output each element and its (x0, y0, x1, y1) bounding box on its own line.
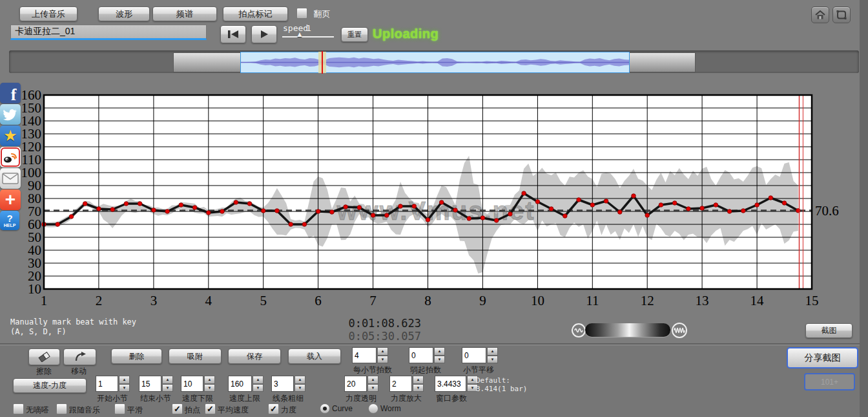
follow-music-checkbox-label[interactable]: 跟随音乐 (69, 405, 100, 416)
curve-radio-label[interactable]: Curve (332, 404, 353, 413)
beats-per-bar-label: 每小节拍数 (353, 365, 392, 376)
bar-shift-spin-down-icon[interactable]: ▼ (487, 356, 498, 364)
delete-button[interactable]: 删除 (111, 348, 162, 364)
filename-input[interactable] (10, 25, 207, 40)
tempo-min-input[interactable] (181, 376, 203, 392)
no-click-checkbox[interactable] (13, 403, 24, 414)
home-button[interactable] (811, 6, 829, 23)
dynamics-opacity-spin-up-icon[interactable]: ▲ (367, 376, 378, 384)
right-edge-strip (860, 0, 868, 417)
dynamics-checkbox[interactable]: ✓ (268, 403, 279, 414)
svg-text:2: 2 (96, 293, 103, 308)
upload-music-button[interactable]: 上传音乐 (19, 6, 78, 21)
page-turn-checkbox[interactable]: 翻页 (296, 8, 330, 21)
tempo-dynamics-chart[interactable]: www.Vmus.net1601501401301201101009080706… (0, 74, 868, 312)
tempo-max-spin-up-icon[interactable]: ▲ (253, 376, 264, 384)
load-button[interactable]: 载入 (288, 348, 341, 364)
help-button[interactable]: ?HELP (0, 211, 19, 230)
average-tempo-checkbox[interactable]: ✓ (205, 403, 216, 414)
bar-shift-input[interactable] (462, 347, 486, 363)
qzone-star-icon: ★ (3, 127, 17, 145)
line-thickness: ▲▼ (271, 376, 305, 392)
curve-radio[interactable] (320, 403, 330, 414)
start-bar-spin-up-icon[interactable]: ▲ (119, 376, 130, 384)
dynamics-scale-spin-up-icon[interactable]: ▲ (413, 376, 424, 384)
twitter-share-button[interactable] (0, 104, 21, 125)
share-more-share-button[interactable]: + (0, 189, 21, 210)
dynamics-opacity-input[interactable] (344, 376, 367, 392)
save-button[interactable]: 保存 (228, 348, 281, 364)
erase-tool-button[interactable] (28, 348, 60, 365)
tempo-min-spin-down-icon[interactable]: ▼ (204, 384, 215, 392)
beats-per-bar-input[interactable] (352, 347, 377, 363)
dynamics-scale-spin-down-icon[interactable]: ▼ (413, 384, 424, 392)
waveform-button[interactable]: 波形 (98, 6, 150, 21)
skip-to-start-button[interactable] (220, 25, 246, 43)
spectrum-button[interactable]: 频谱 (152, 6, 217, 21)
tempo-max-input[interactable] (228, 376, 252, 392)
tempo-max-label: 速度上限 (229, 393, 260, 404)
beats-checkbox[interactable]: ✓ (172, 403, 183, 414)
no-click-checkbox-label[interactable]: 无嘀嗒 (26, 405, 49, 416)
dynamics-checkbox-label[interactable]: 力度 (281, 405, 296, 416)
share-count-badge[interactable]: 101+ (804, 373, 855, 390)
pickup-beats-spin-up-icon[interactable]: ▲ (434, 347, 445, 356)
move-tool-button[interactable] (63, 348, 96, 365)
svg-text:6: 6 (315, 293, 322, 308)
share-screenshot-button[interactable]: 分享截图 (787, 347, 858, 369)
end-bar-spin-up-icon[interactable]: ▲ (162, 376, 173, 384)
weibo-share-button[interactable] (0, 147, 21, 167)
line-thickness-spin-down-icon[interactable]: ▼ (294, 384, 305, 392)
line-thickness-input[interactable] (271, 376, 294, 392)
qzone-share-button[interactable]: ★ (0, 125, 21, 146)
volume-low-icon (571, 323, 586, 338)
follow-music-checkbox[interactable] (56, 403, 67, 414)
erase-label: 擦除 (30, 366, 58, 377)
svg-text:15: 15 (805, 293, 819, 308)
facebook-share-button[interactable]: f (0, 83, 21, 103)
tempo-dynamics-mode-button[interactable]: 速度-力度 (13, 378, 87, 393)
line-thickness-spin-up-icon[interactable]: ▲ (294, 376, 305, 384)
start-bar-input[interactable] (96, 376, 118, 392)
snap-button[interactable]: 吸附 (169, 348, 222, 364)
tempo-min-spin-up-icon[interactable]: ▲ (204, 376, 215, 384)
dynamics-opacity: ▲▼ (344, 376, 378, 392)
end-bar-spin-down-icon[interactable]: ▼ (162, 384, 173, 392)
screenshot-button[interactable]: 截图 (805, 323, 852, 338)
tempo-max-spin-down-icon[interactable]: ▼ (253, 384, 264, 392)
fullscreen-button[interactable] (832, 6, 851, 23)
worm-radio-label[interactable]: Worm (380, 404, 401, 413)
dynamics-scale-input[interactable] (389, 376, 412, 392)
svg-text:5: 5 (260, 293, 267, 308)
bar-shift-spin-up-icon[interactable]: ▲ (487, 347, 498, 356)
start-bar-spin-down-icon[interactable]: ▼ (119, 384, 130, 392)
average-tempo-checkbox-label[interactable]: 平均速度 (218, 405, 249, 416)
beats-checkbox-label[interactable]: 拍点 (185, 405, 200, 416)
window-parameter-default-note: Default: 3.414(1 bar) (476, 376, 527, 393)
dynamics-opacity-spin-down-icon[interactable]: ▼ (367, 384, 378, 392)
curve-radio-dot (323, 407, 327, 411)
line-thickness-spin: ▲▼ (294, 376, 305, 392)
email-share-button[interactable] (0, 168, 21, 189)
beat-marks-button[interactable]: 拍点标记 (223, 6, 288, 21)
dynamics-scale-spin: ▲▼ (413, 376, 424, 392)
overview-selection[interactable] (240, 52, 630, 73)
smooth-checkbox-label[interactable]: 平滑 (127, 405, 143, 416)
uploading-status: Uploading (373, 27, 439, 41)
play-button[interactable] (251, 25, 277, 43)
speed-reset-button[interactable]: 重置 (341, 27, 368, 42)
pickup-beats-spin-down-icon[interactable]: ▼ (434, 356, 445, 364)
smooth-checkbox[interactable] (114, 403, 125, 414)
tempo-min-spin: ▲▼ (204, 376, 215, 392)
end-bar-input[interactable] (139, 376, 161, 392)
pickup-beats-input[interactable] (409, 347, 433, 363)
speed-slider-thumb[interactable]: ▲ (296, 30, 304, 39)
beats-per-bar-spin-down-icon[interactable]: ▼ (377, 356, 388, 364)
window-parameter-input[interactable] (435, 376, 466, 392)
overview-playhead[interactable] (322, 51, 323, 74)
worm-radio[interactable] (368, 403, 378, 414)
volume-slider[interactable] (585, 323, 670, 337)
svg-text:10: 10 (531, 293, 544, 308)
speed-slider-track[interactable] (282, 36, 334, 37)
beats-per-bar-spin-up-icon[interactable]: ▲ (377, 347, 388, 356)
